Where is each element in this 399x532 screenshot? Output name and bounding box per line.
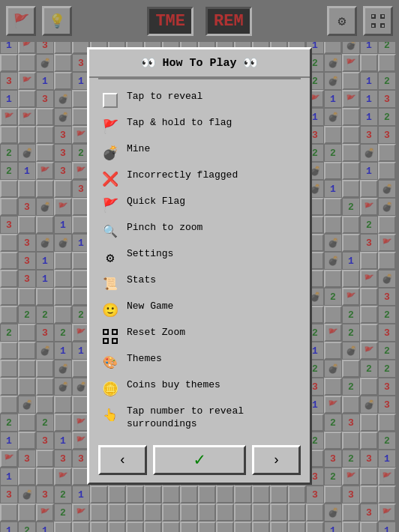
list-item: 🙂 New Game (101, 298, 298, 321)
dialog-content: Tap to reveal 🚩 Tap & hold to flag 💣 Min… (89, 85, 310, 439)
dialog-title: How To Play (162, 57, 236, 70)
how-to-play-dialog: 👀 How To Play 👀 Tap to reveal 🚩 Tap & ho… (87, 47, 312, 485)
prev-button[interactable]: ‹ (98, 445, 147, 475)
flag-hold-icon: 🚩 (101, 118, 119, 136)
dialog-icon-left: 👀 (141, 55, 156, 70)
zoom-icon: 🔍 (101, 223, 119, 241)
list-item: 👆 Tap number to reveal surroundings (101, 403, 298, 433)
list-item: 🚩 Quick Flag (101, 193, 298, 217)
svg-rect-4 (104, 330, 108, 334)
item-text-themes: Themes (127, 353, 298, 366)
item-text-tap-number: Tap number to reveal surroundings (127, 405, 298, 431)
item-text-zoom: Pinch to zoom (127, 222, 298, 235)
next-button[interactable]: › (252, 445, 301, 475)
prev-icon: ‹ (118, 453, 127, 468)
list-item: ⚙️ Settings (101, 246, 298, 269)
wrong-flag-icon: ❌ (101, 170, 119, 188)
list-item: 🚩 Tap & hold to flag (101, 115, 298, 138)
item-text-stats: Stats (127, 274, 298, 287)
dialog-icon-right: 👀 (243, 55, 258, 70)
item-text-wrong-flag: Incorrectly flagged (127, 169, 298, 182)
item-text-flag: Tap & hold to flag (127, 117, 298, 130)
coin-icon: 🪙 (101, 380, 119, 398)
stats-icon: 📜 (101, 275, 119, 293)
list-item: ❌ Incorrectly flagged (101, 167, 298, 190)
svg-rect-6 (104, 339, 108, 343)
list-item: 📜 Stats (101, 272, 298, 295)
dialog-title-bar: 👀 How To Play 👀 (89, 49, 310, 78)
settings-icon: ⚙️ (101, 249, 119, 267)
list-item: 💣 Mine (101, 141, 298, 164)
list-item: 🪙 Coins buy themes (101, 377, 298, 400)
unrevealed-cell-icon (101, 91, 119, 109)
list-item: 🔍 Pinch to zoom (101, 220, 298, 243)
item-text-reveal: Tap to reveal (127, 91, 298, 103)
list-item: Tap to reveal (101, 88, 298, 112)
check-icon: ✓ (194, 449, 205, 471)
item-text-new-game: New Game (127, 300, 298, 313)
svg-rect-5 (112, 330, 117, 334)
next-icon: › (272, 453, 280, 468)
check-button[interactable]: ✓ (153, 445, 246, 475)
dialog-overlay: 👀 How To Play 👀 Tap to reveal 🚩 Tap & ho… (0, 0, 399, 532)
list-item: Reset Zoom (101, 324, 298, 348)
svg-rect-7 (112, 339, 117, 343)
item-text-coins: Coins buy themes (127, 379, 298, 392)
item-text-quick-flag: Quick Flag (127, 196, 298, 208)
list-item: 🎨 Themes (101, 351, 298, 374)
themes-icon: 🎨 (101, 354, 119, 372)
tap-number-icon: 👆 (101, 406, 119, 424)
mine-icon: 💣 (101, 144, 119, 162)
item-text-mine: Mine (127, 143, 298, 156)
quick-flag-icon: 🚩 (101, 196, 119, 214)
item-text-settings: Settings (127, 248, 298, 261)
reset-zoom-icon (101, 327, 119, 345)
dialog-buttons: ‹ ✓ › (89, 439, 310, 483)
item-text-reset-zoom: Reset Zoom (127, 327, 298, 339)
dialog-separator (98, 78, 301, 79)
new-game-icon: 🙂 (101, 301, 119, 319)
